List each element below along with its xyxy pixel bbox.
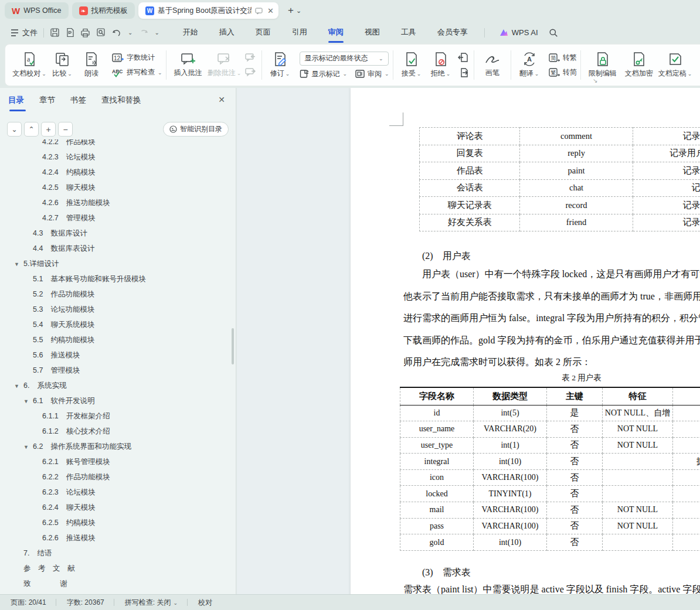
toc-item[interactable]: ▼4.2.7管理模块 <box>0 210 232 226</box>
undo-dropdown-chevron-icon[interactable]: ⌄ <box>128 29 132 36</box>
toc-item[interactable]: ▼6.系统实现 <box>0 378 232 393</box>
chevron-down-icon[interactable]: ▼ <box>23 439 33 455</box>
toc-item[interactable]: ▼5.1基本账号功能和账号升级模块 <box>0 271 232 287</box>
accept-revision-button[interactable]: 接受⌄ <box>397 52 426 79</box>
word-count-indicator[interactable]: 字数: 20367 <box>67 598 104 608</box>
toc-item[interactable]: ▼4.2.6推送功能模块 <box>0 195 232 210</box>
collapse-all-button[interactable]: ⌃ <box>24 122 39 137</box>
tab-wps-office[interactable]: W WPS Office <box>5 2 69 19</box>
toc-item[interactable]: ▼6.2.5约稿模块 <box>0 515 232 530</box>
chevron-down-icon[interactable]: ▼ <box>14 257 23 272</box>
print-preview-icon[interactable] <box>96 28 106 38</box>
toc-item[interactable]: ▼5.5约稿功能模块 <box>0 332 232 347</box>
search-icon[interactable] <box>549 28 558 38</box>
sidebar-tab[interactable]: 书签 <box>70 88 86 114</box>
menu-item[interactable]: 页面 <box>245 21 281 44</box>
toc-item[interactable]: ▼6.2.4聊天模块 <box>0 500 232 515</box>
toc-item[interactable]: ▼4.4数据库表设计 <box>0 241 232 256</box>
toc-item[interactable]: ▼参 考 文 献 <box>0 561 232 576</box>
document-proofing-button[interactable]: a 文档校对⌄ <box>11 52 47 79</box>
ink-pen-button[interactable]: 画笔 <box>478 52 507 78</box>
simplified-to-traditional-button[interactable]: 简 转繁 <box>549 53 577 63</box>
toc-item[interactable]: ▼5.4聊天系统模块 <box>0 317 232 332</box>
menu-item[interactable]: 视图 <box>354 21 390 44</box>
traditional-to-simplified-button[interactable]: 繁 转简 <box>549 67 577 77</box>
group-expand-icon[interactable]: ↘ <box>593 77 597 84</box>
smart-toc-button[interactable]: 智能识别目录 <box>163 122 229 137</box>
restrict-editing-button[interactable]: 限制编辑 <box>585 52 621 79</box>
file-menu[interactable]: 文件 <box>11 28 38 38</box>
sidebar-tab[interactable]: 目录 <box>8 88 24 114</box>
close-sidebar-icon[interactable]: ✕ <box>218 95 225 104</box>
save-icon[interactable] <box>50 28 60 38</box>
toc-item[interactable]: ▼6.2.6推送模块 <box>0 530 232 546</box>
toc-item[interactable]: ▼5.6推送模块 <box>0 347 232 363</box>
menu-item[interactable]: 引用 <box>281 21 318 44</box>
next-revision-icon[interactable] <box>458 68 468 77</box>
show-markup-button[interactable]: 显示标记⌄ <box>300 69 348 79</box>
spellcheck-status[interactable]: 拼写检查: 关闭⌄ <box>125 598 178 608</box>
menu-item[interactable]: 工具 <box>390 21 427 44</box>
previous-comment-icon[interactable] <box>245 53 256 62</box>
track-changes-button[interactable]: 修订⌄ <box>266 52 295 79</box>
toc-item[interactable]: ▼5.7管理模块 <box>0 363 232 378</box>
toc-item[interactable]: ▼4.2.4约稿模块 <box>0 165 232 180</box>
redo-icon[interactable] <box>138 29 148 37</box>
translate-button[interactable]: A 翻译⌄ <box>515 52 544 79</box>
spell-check-button[interactable]: ABC 拼写检查⌄ <box>112 67 162 77</box>
toc-item[interactable]: ▼7.结语 <box>0 546 232 561</box>
toc-item[interactable]: ▼6.1.1开发框架介绍 <box>0 408 232 424</box>
tab-current-document[interactable]: W 基于Spring Boot原画设计交流 ✕ <box>138 2 278 19</box>
toc-item[interactable]: ▼6.1软件开发说明 <box>0 393 232 408</box>
previous-revision-icon[interactable] <box>458 53 468 62</box>
expand-all-button[interactable]: ⌄ <box>7 122 22 137</box>
insert-comment-button[interactable]: 插入批注 <box>170 52 206 78</box>
more-commands-chevron-icon[interactable]: ⌄ <box>154 29 159 36</box>
toc-item[interactable]: ▼6.2.3论坛模块 <box>0 485 232 500</box>
new-tab-button[interactable]: + <box>288 5 294 16</box>
menu-item[interactable]: 插入 <box>209 21 245 44</box>
menu-item[interactable]: 会员专享 <box>427 21 478 44</box>
export-pdf-icon[interactable] <box>66 28 74 38</box>
review-pane-button[interactable]: 审阅⌄ <box>355 69 389 79</box>
sidebar-tab[interactable]: 章节 <box>39 88 55 114</box>
print-icon[interactable] <box>80 28 90 38</box>
markup-state-select[interactable]: 显示标记的最终状态⌄ <box>300 52 389 66</box>
sidebar-scrollbar[interactable] <box>232 328 234 364</box>
read-aloud-button[interactable]: 朗读 <box>77 52 106 79</box>
tab-docer-template[interactable]: ❧ 找稻壳模板 <box>72 2 135 19</box>
toc-item[interactable]: ▼6.2操作系统界面和功能实现 <box>0 439 232 454</box>
word-count-button[interactable]: 12 字数统计 <box>112 53 162 63</box>
toc-item[interactable]: ▼4.2.2作品模块 <box>0 139 232 149</box>
undo-icon[interactable] <box>112 29 122 37</box>
reject-revision-button[interactable]: 拒绝⌄ <box>426 52 456 79</box>
chevron-down-icon[interactable]: ▼ <box>23 394 33 409</box>
close-tab-icon[interactable]: ✕ <box>267 6 274 15</box>
toc-item[interactable]: ▼致 谢 <box>0 576 232 591</box>
toc-item[interactable]: ▼6.1.2核心技术介绍 <box>0 424 232 439</box>
finalize-document-button[interactable]: 文档定稿⌄ <box>657 52 694 79</box>
zoom-out-toc-button[interactable]: − <box>58 122 73 137</box>
toc-item[interactable]: ▼5.2作品功能模块 <box>0 287 232 302</box>
encrypt-document-button[interactable]: 文档加密 <box>621 52 657 79</box>
toc-item[interactable]: ▼4.2.5聊天模块 <box>0 180 232 195</box>
toc-item[interactable]: ▼6.2.1账号管理模块 <box>0 454 232 469</box>
tab-list-chevron-icon[interactable]: ⌄ <box>296 7 301 15</box>
toc-item[interactable]: ▼4.2.3论坛模块 <box>0 149 232 165</box>
document-page[interactable]: 评论表 comment 记录用户在帖子下的评论 回复表 reply 记录用户在帖… <box>351 88 700 594</box>
next-comment-icon[interactable] <box>245 68 256 77</box>
proofread-button[interactable]: 校对 <box>198 598 212 608</box>
toc-item[interactable]: ▼6.2.2作品功能模块 <box>0 469 232 485</box>
toc-item[interactable]: ▼5.3论坛功能模块 <box>0 302 232 317</box>
sidebar-tab[interactable]: 查找和替换 <box>101 88 141 114</box>
page-indicator[interactable]: 页面: 20/41 <box>11 598 46 608</box>
delete-comment-button[interactable]: 删除批注⌄ <box>206 52 243 78</box>
zoom-in-toc-button[interactable]: + <box>41 122 56 137</box>
menu-item[interactable]: 开始 <box>172 21 209 44</box>
toc-item[interactable]: ▼4.3数据库设计 <box>0 226 232 241</box>
compare-button[interactable]: 比较⌄ <box>47 52 77 79</box>
menu-item[interactable]: 审阅 <box>318 21 354 44</box>
chevron-down-icon[interactable]: ▼ <box>14 379 23 394</box>
wps-ai-button[interactable]: WPS AI <box>499 28 538 37</box>
toc-item[interactable]: ▼5.详细设计 <box>0 256 232 271</box>
